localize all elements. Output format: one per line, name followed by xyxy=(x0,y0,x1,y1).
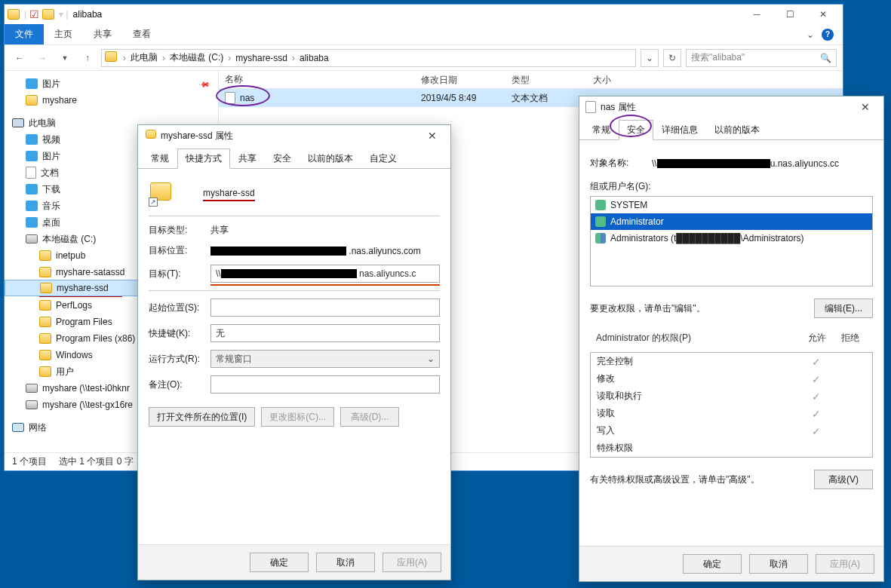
file-date: 2019/4/5 8:49 xyxy=(415,93,505,103)
folder-icon xyxy=(39,333,51,344)
group-administrator[interactable]: Administrator xyxy=(591,213,872,230)
netdrive-icon xyxy=(26,384,38,393)
target-type-value: 共享 xyxy=(210,224,440,237)
status-selected: 选中 1 个项目 0 字 xyxy=(59,455,134,468)
permissions-list: 完全控制✓ 修改✓ 读取和执行✓ 读取✓ 写入✓ 特殊权限 xyxy=(590,352,873,458)
recent-dropdown[interactable]: ▼ xyxy=(56,49,74,67)
ribbon-expand-icon[interactable]: ⌄ xyxy=(807,29,814,40)
folder-icon xyxy=(105,51,117,64)
hotkey-input[interactable]: 无 xyxy=(210,324,440,342)
crumb-1[interactable]: 本地磁盘 (C:) xyxy=(167,51,226,64)
close-button[interactable]: ✕ xyxy=(853,101,877,113)
folder-icon xyxy=(39,250,51,261)
adv-hint: 有关特殊权限或高级设置，请单击"高级"。 xyxy=(590,473,814,486)
file-name: nas xyxy=(240,93,254,103)
ribbon-tab-file[interactable]: 文件 xyxy=(5,24,44,44)
tab-general[interactable]: 常规 xyxy=(584,120,619,140)
deny-header: 拒绝 xyxy=(834,332,867,345)
apply-button[interactable]: 应用(A) xyxy=(383,553,441,572)
tab-security[interactable]: 安全 xyxy=(619,120,653,140)
refresh-button[interactable]: ↻ xyxy=(663,49,681,67)
group-system[interactable]: SYSTEM xyxy=(591,197,872,213)
folder-icon xyxy=(40,283,52,293)
dialog-titlebar: nas 属性 ✕ xyxy=(579,96,883,118)
ok-button[interactable]: 确定 xyxy=(683,554,742,574)
cancel-button[interactable]: 取消 xyxy=(749,554,808,574)
dialog-titlebar: myshare-ssd 属性 ✕ xyxy=(138,125,450,146)
column-headers: 名称 修改日期 类型 大小 xyxy=(219,71,843,89)
edit-button[interactable]: 编辑(E)... xyxy=(814,299,873,318)
ok-button[interactable]: 确定 xyxy=(250,553,309,572)
group-administrators[interactable]: Administrators (t██████████\Administrato… xyxy=(591,230,872,247)
explorer-titlebar: | ☑ ▾ | alibaba ─ ☐ ✕ xyxy=(5,5,843,24)
minimize-button[interactable]: ─ xyxy=(740,5,773,24)
users-icon xyxy=(595,233,606,243)
close-button[interactable]: ✕ xyxy=(807,5,840,24)
search-icon: 🔍 xyxy=(820,53,831,63)
start-in-input[interactable] xyxy=(210,299,440,317)
crumb-0[interactable]: 此电脑 xyxy=(128,51,161,64)
dialog-body: 对象名称:\\u.nas.aliyuncs.cc 组或用户名(G): SYSTE… xyxy=(579,140,883,498)
user-icon xyxy=(595,216,606,227)
target-input[interactable]: \\ nas.aliyuncs.c xyxy=(210,265,440,283)
qat-check-icon: ☑ xyxy=(29,8,39,20)
folder-icon xyxy=(39,350,51,360)
col-date[interactable]: 修改日期 xyxy=(415,71,505,88)
tab-custom[interactable]: 自定义 xyxy=(361,149,405,169)
up-button[interactable]: ↑ xyxy=(78,49,97,67)
music-icon xyxy=(26,201,38,211)
tab-general[interactable]: 常规 xyxy=(143,149,177,169)
maximize-button[interactable]: ☐ xyxy=(773,5,807,24)
run-select[interactable]: 常规窗口⌄ xyxy=(210,350,440,368)
tab-share[interactable]: 共享 xyxy=(230,149,265,169)
apply-button[interactable]: 应用(A) xyxy=(816,554,874,574)
back-button[interactable]: ← xyxy=(11,49,29,67)
ribbon-tab-view[interactable]: 查看 xyxy=(122,24,161,44)
search-input[interactable]: 搜索"alibaba" 🔍 xyxy=(686,49,837,67)
tree-pictures[interactable]: 图片📌 xyxy=(5,75,218,92)
forward-button[interactable]: → xyxy=(33,49,51,67)
file-type: 文本文档 xyxy=(505,92,587,105)
tab-details[interactable]: 详细信息 xyxy=(653,120,706,140)
drive-icon xyxy=(26,234,38,243)
ribbon-tab-share[interactable]: 共享 xyxy=(83,24,122,44)
col-name[interactable]: 名称 xyxy=(219,71,415,88)
crumb-2[interactable]: myshare-ssd xyxy=(232,53,290,63)
tab-prev[interactable]: 以前的版本 xyxy=(706,120,768,140)
advanced-button[interactable]: 高级(V) xyxy=(814,470,873,489)
tabstrip: 常规 快捷方式 共享 安全 以前的版本 自定义 xyxy=(138,148,450,169)
tab-shortcut[interactable]: 快捷方式 xyxy=(177,149,230,169)
object-name-label: 对象名称: xyxy=(590,157,652,170)
perm-full: 完全控制✓ xyxy=(591,353,872,370)
advanced-button[interactable]: 高级(D)... xyxy=(340,407,399,427)
groups-listbox[interactable]: SYSTEM Administrator Administrators (t██… xyxy=(590,196,873,286)
breadcrumb-dropdown[interactable]: ⌄ xyxy=(641,49,659,67)
check-icon: ✓ xyxy=(800,373,833,385)
shortcut-icon xyxy=(144,130,156,142)
tab-security[interactable]: 安全 xyxy=(265,149,300,169)
cancel-button[interactable]: 取消 xyxy=(316,553,375,572)
tab-prev[interactable]: 以前的版本 xyxy=(300,149,361,169)
folder-icon xyxy=(42,8,54,20)
change-icon-button[interactable]: 更改图标(C)... xyxy=(261,407,334,427)
security-properties-dialog: nas 属性 ✕ 常规 安全 详细信息 以前的版本 对象名称:\\u.nas.a… xyxy=(579,96,884,582)
dialog-title: myshare-ssd 属性 xyxy=(161,130,233,142)
open-location-button[interactable]: 打开文件所在的位置(I) xyxy=(149,407,255,427)
col-type[interactable]: 类型 xyxy=(505,71,587,88)
breadcrumb[interactable]: › 此电脑› 本地磁盘 (C:)› myshare-ssd› alibaba xyxy=(101,49,636,67)
pc-icon xyxy=(12,118,24,127)
tree-myshare[interactable]: myshare xyxy=(5,92,218,109)
start-in-label: 起始位置(S): xyxy=(149,302,210,314)
window-title: alibaba xyxy=(73,9,103,20)
perm-readexec: 读取和执行✓ xyxy=(591,387,872,405)
dialog-body: ↗ myshare-ssd 目标类型:共享 目标位置: .nas.aliyunc… xyxy=(138,169,450,436)
hotkey-label: 快捷键(K): xyxy=(149,327,210,340)
folder-icon xyxy=(39,300,51,311)
comment-input[interactable] xyxy=(210,375,440,394)
comment-label: 备注(O): xyxy=(149,378,210,391)
close-button[interactable]: ✕ xyxy=(420,130,444,142)
col-size[interactable]: 大小 xyxy=(587,71,655,88)
help-icon[interactable]: ? xyxy=(822,29,834,41)
crumb-3[interactable]: alibaba xyxy=(296,53,332,63)
ribbon-tab-home[interactable]: 主页 xyxy=(44,24,83,44)
